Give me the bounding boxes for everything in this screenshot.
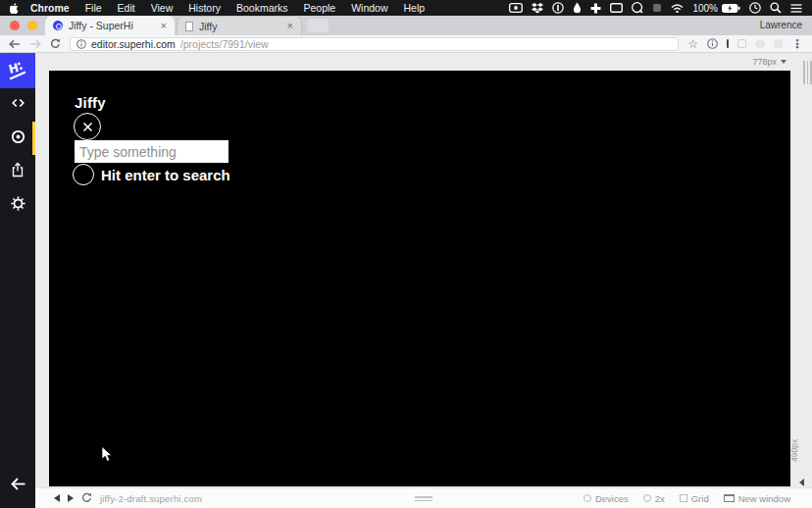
statusbar-tools: Devices 2x Grid New window [584, 493, 790, 504]
dropbox-icon[interactable] [532, 3, 543, 14]
chevron-down-icon [781, 60, 787, 64]
close-window-button[interactable] [10, 21, 20, 30]
page-title: Jiffy [75, 94, 106, 111]
code-icon [11, 96, 25, 114]
devices-label: Devices [595, 493, 629, 504]
zoom-icon [643, 494, 651, 502]
display-icon[interactable] [509, 3, 523, 13]
chrome-menu-icon[interactable]: ⋮ [791, 38, 803, 50]
menu-view[interactable]: View [143, 2, 181, 14]
extension-dim-icon-2[interactable] [774, 39, 783, 48]
menu-icon[interactable] [790, 4, 802, 13]
menu-bookmarks[interactable]: Bookmarks [228, 2, 296, 14]
profile-name[interactable]: Lawrence [760, 20, 802, 30]
menu-history[interactable]: History [180, 2, 228, 14]
sidebar-item-code[interactable] [0, 88, 35, 122]
devices-button[interactable]: Devices [584, 493, 629, 504]
reload-icon[interactable] [50, 38, 61, 49]
superhi-logo[interactable]: H [0, 53, 35, 88]
extension-info-icon[interactable] [707, 38, 718, 49]
preview-forward-icon[interactable] [68, 494, 74, 502]
menubar-status-area: 100% [509, 2, 802, 14]
new-tab-button[interactable] [307, 19, 329, 32]
search-hint-row: Hit enter to search [73, 164, 230, 185]
minimize-window-button[interactable] [27, 21, 37, 30]
apple-menu-icon[interactable] [10, 3, 19, 14]
document-favicon [185, 22, 193, 31]
tab-title: Jiffy [199, 21, 281, 32]
search-hint-label: Hit enter to search [101, 167, 230, 183]
clock-icon[interactable] [749, 2, 761, 14]
devices-icon [584, 494, 591, 502]
browser-toolbar: editor.superhi.com /projects/7991/view ☆… [0, 35, 812, 53]
viewport-width-dropdown[interactable]: 778px [752, 57, 787, 67]
close-circle-button[interactable] [74, 113, 101, 140]
tab-close-icon[interactable]: × [287, 21, 293, 31]
tab-jiffy-superhi[interactable]: Jiffy - SuperHi × [45, 16, 175, 35]
menu-help[interactable]: Help [396, 2, 433, 14]
sidebar-item-share[interactable] [0, 155, 35, 188]
menu-window[interactable]: Window [343, 2, 395, 14]
statusbar-nav: jiffy-2-draft.superhi.com [54, 492, 202, 505]
battery-percent-label: 100% [692, 3, 718, 14]
eye-icon [11, 129, 25, 148]
grid-icon [680, 494, 687, 502]
zoom-label: 2x [655, 493, 665, 504]
preview-canvas: Jiffy Hit enter to search [49, 71, 790, 486]
viewport-width-label: 778px [752, 57, 777, 67]
menu-people[interactable]: People [295, 2, 343, 14]
menu-chrome[interactable]: Chrome [23, 2, 77, 14]
grid-label: Grid [691, 493, 709, 504]
window-icon[interactable] [610, 3, 623, 13]
wifi-icon[interactable] [671, 3, 684, 13]
health-icon[interactable] [590, 3, 601, 14]
preview-reload-icon[interactable] [81, 492, 92, 505]
tab-close-icon[interactable]: × [161, 21, 167, 31]
menu-file[interactable]: File [77, 2, 110, 14]
sidebar-item-settings[interactable] [0, 188, 35, 222]
search-input[interactable] [75, 140, 228, 163]
hint-circle-button[interactable] [73, 164, 94, 185]
screen: Chrome File Edit View History Bookmarks … [0, 0, 812, 508]
editor-sidebar: H [0, 53, 35, 508]
droplet-icon[interactable] [573, 2, 582, 14]
onepassword-icon[interactable] [552, 2, 564, 14]
battery-icon [722, 4, 740, 13]
extension-square-icon[interactable] [737, 39, 746, 48]
grid-button[interactable]: Grid [680, 493, 709, 504]
bookmark-star-icon[interactable]: ☆ [687, 38, 698, 50]
dim-icon[interactable] [652, 3, 662, 13]
editor-statusbar: jiffy-2-draft.superhi.com Devices 2x Gri… [35, 487, 812, 508]
mouse-cursor [101, 446, 113, 467]
back-icon[interactable] [9, 39, 21, 49]
url-path: /projects/7991/view [180, 38, 269, 50]
zoom-2x-button[interactable]: 2x [643, 493, 665, 504]
extension-bar-icon[interactable] [727, 39, 729, 48]
tab-strip: Jiffy - SuperHi × Jiffy × Lawrence [0, 16, 812, 35]
statusbar-drag-handle[interactable] [415, 496, 432, 501]
sidebar-item-preview[interactable] [0, 122, 35, 155]
address-bar[interactable]: editor.superhi.com /projects/7991/view [70, 37, 679, 51]
search-icon[interactable] [770, 2, 782, 14]
timer-icon[interactable] [632, 2, 643, 14]
new-window-button[interactable]: New window [724, 493, 790, 504]
page-info-icon[interactable] [76, 39, 86, 49]
sidebar-back-button[interactable] [0, 477, 35, 494]
back-arrow-icon [10, 477, 26, 494]
collapse-panel-icon[interactable] [799, 479, 804, 486]
tab-jiffy[interactable]: Jiffy × [177, 16, 302, 35]
preview-back-icon[interactable] [54, 494, 60, 502]
preview-site-url[interactable]: jiffy-2-draft.superhi.com [100, 493, 202, 504]
active-tab-stripe [32, 122, 35, 155]
forward-icon[interactable] [29, 39, 41, 49]
menu-edit[interactable]: Edit [110, 2, 143, 14]
extension-dim-icon[interactable] [755, 40, 765, 48]
tab-title: Jiffy - SuperHi [69, 20, 155, 31]
battery-status[interactable]: 100% [692, 3, 740, 14]
new-window-icon [724, 494, 735, 502]
gear-icon [11, 196, 25, 215]
share-icon [11, 162, 25, 181]
url-host: editor.superhi.com [91, 38, 176, 50]
superhi-favicon [53, 21, 63, 30]
width-resize-handle[interactable] [803, 61, 812, 84]
